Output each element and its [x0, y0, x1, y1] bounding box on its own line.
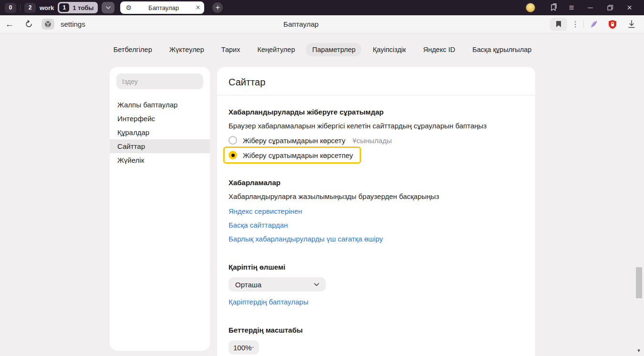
radio-selected-icon[interactable] — [229, 151, 237, 159]
scrollbar-thumb[interactable] — [636, 267, 642, 298]
tab-group-active-count: 1 — [59, 3, 69, 12]
omnibox-page-title: Баптаулар — [283, 20, 319, 28]
tab-extensions[interactable]: Кеңейтулер — [251, 43, 301, 56]
minimize-icon — [588, 8, 593, 8]
tab-other-devices[interactable]: Басқа құрылғылар — [466, 43, 538, 56]
bookmark-icon — [556, 21, 561, 28]
recommended-badge: Ұсынылады — [353, 136, 392, 145]
tab-history[interactable]: Тарих — [215, 43, 247, 56]
site-badge[interactable] — [42, 19, 54, 30]
protect-shield-icon[interactable] — [603, 20, 622, 29]
omnibox-menu-icon[interactable]: ⋮ — [567, 20, 583, 29]
notification-requests-heading: Хабарландыруларды жіберуге сұратымдар — [229, 108, 524, 116]
link-font-settings[interactable]: Қаріптердің баптаулары — [229, 298, 308, 306]
bookmark-button[interactable] — [550, 18, 567, 31]
radio-unselected-icon[interactable] — [229, 136, 237, 145]
back-button[interactable]: ← — [0, 19, 19, 30]
sidebar-item-interface[interactable]: Интерфейс — [110, 112, 210, 126]
highlighted-radio-hide-requests[interactable]: Жіберу сұратымдарын көрсетпеу — [223, 147, 361, 164]
divider — [217, 95, 535, 95]
close-icon: × — [627, 3, 632, 13]
radio-show-requests[interactable]: Жіберу сұратымдарын көрсету Ұсынылады — [229, 136, 524, 145]
settings-gear-icon: ⚙ — [125, 4, 132, 11]
notifications-description: Хабарландыруларға жазылымыңызды браузерд… — [229, 192, 524, 200]
sidebar-item-sites[interactable]: Сайттар — [110, 139, 210, 153]
tab-close-icon[interactable]: × — [196, 4, 200, 11]
notifications-heading: Хабарламалар — [229, 178, 524, 187]
refresh-icon — [25, 20, 33, 28]
refresh-button[interactable] — [19, 20, 38, 28]
divider — [20, 4, 21, 11]
sidebar-search — [116, 73, 203, 89]
yandex-pen-extension-icon[interactable] — [584, 20, 603, 29]
back-arrow-icon: ← — [5, 19, 14, 30]
chevron-down-icon — [314, 283, 319, 286]
tab-settings[interactable]: Параметрлер — [306, 43, 362, 56]
tab-strip: 0 2 work 1 1 тобы ⚙ Баптаулар × + — [0, 0, 644, 15]
yandex-browser-favicon — [44, 21, 52, 28]
window-restore-button[interactable] — [600, 0, 620, 15]
page-title: Сайттар — [217, 67, 535, 95]
new-tab-button[interactable]: + — [212, 2, 223, 13]
restore-icon — [607, 5, 613, 10]
browser-window: 0 2 work 1 1 тобы ⚙ Баптаулар × + — [0, 0, 644, 356]
page-zoom-value: 100% — [233, 344, 251, 352]
sidebar-item-general[interactable]: Жалпы баптаулар — [110, 98, 210, 112]
font-size-heading: Қаріптің өлшемі — [229, 263, 524, 271]
browser-menu-icon[interactable]: ≡ — [562, 3, 581, 13]
tab-yandex-id[interactable]: Яндекс ID — [417, 43, 461, 56]
collections-bookmarks-icon[interactable] — [544, 3, 562, 12]
settings-nav-tabs: Бетбелгілер Жүктеулер Тарих Кеңейтулер П… — [0, 43, 644, 56]
font-size-dropdown[interactable]: Орташа — [229, 277, 326, 292]
profile-avatar[interactable] — [526, 3, 535, 12]
tab-group-active[interactable]: 1 1 тобы — [58, 2, 98, 13]
chevron-down-icon — [106, 6, 111, 9]
settings-sidebar: Жалпы баптаулар Интерфейс Құралдар Сайтт… — [110, 67, 210, 351]
tab-group-chevron-button[interactable] — [102, 2, 114, 13]
page-zoom-dropdown[interactable]: 100% — [229, 340, 259, 355]
link-other-sites[interactable]: Басқа сайттардан — [229, 221, 524, 229]
tab-group-active-label: 1 тобы — [73, 4, 93, 11]
tab-group-zero[interactable]: 0 — [5, 3, 16, 13]
tab-group-work-label[interactable]: work — [40, 4, 54, 11]
active-browser-tab[interactable]: ⚙ Баптаулар × — [120, 1, 204, 14]
browser-toolbar: ← settings Баптаулар ⋮ — [0, 15, 644, 33]
chevron-down-icon — [251, 346, 254, 349]
tab-title: Баптаулар — [132, 4, 196, 11]
window-close-button[interactable]: × — [620, 0, 639, 15]
notification-requests-description: Браузер хабарламаларын жібергісі келетін… — [229, 122, 524, 130]
downloads-icon[interactable] — [622, 20, 641, 28]
sidebar-item-system[interactable]: Жүйелік — [110, 153, 210, 167]
search-input[interactable] — [116, 73, 203, 89]
tab-downloads[interactable]: Жүктеулер — [163, 43, 210, 56]
page-zoom-heading: Беттердің масштабы — [229, 326, 524, 334]
scroll-down-arrow[interactable]: ▾ — [635, 347, 643, 354]
link-yandex-services[interactable]: Яндекс сервистерінен — [229, 207, 524, 215]
tab-bookmarks[interactable]: Бетбелгілер — [107, 43, 158, 56]
sidebar-item-tools[interactable]: Құралдар — [110, 126, 210, 139]
link-mute-all-notifications[interactable]: Барлық хабарландыруларды үш сағатқа өшір… — [229, 235, 524, 243]
address-url[interactable]: settings — [61, 20, 85, 28]
settings-content: Сайттар Хабарландыруларды жіберуге сұрат… — [217, 67, 535, 356]
tab-security[interactable]: Қауіпсіздік — [366, 43, 412, 56]
window-minimize-button[interactable] — [581, 0, 600, 15]
tab-group-work-count[interactable]: 2 — [24, 3, 36, 13]
font-size-value: Орташа — [235, 281, 261, 289]
